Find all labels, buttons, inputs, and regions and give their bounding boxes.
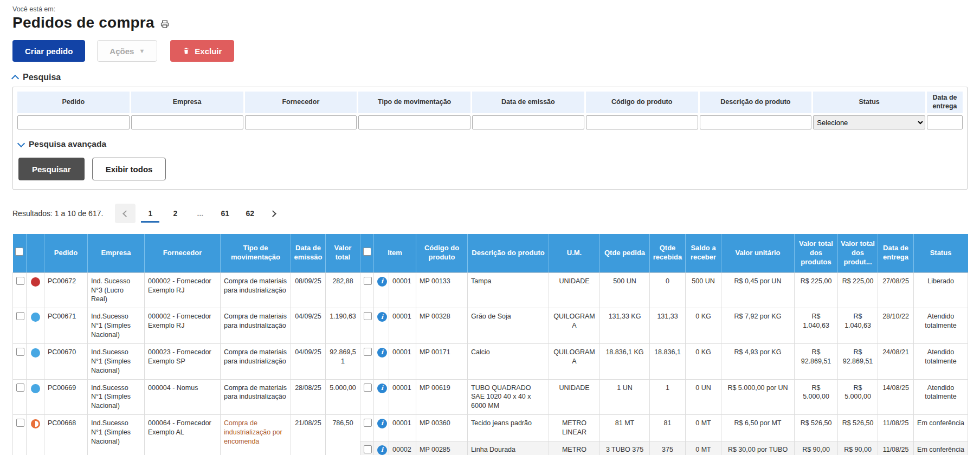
- item-checkbox[interactable]: [364, 348, 372, 356]
- header-fornecedor[interactable]: Fornecedor: [145, 234, 221, 272]
- item-delivery-date: 24/08/21: [878, 343, 914, 379]
- table-row: PC00670Ind.Sucesso N°1 (Simples Nacional…: [13, 343, 968, 379]
- header-pedido[interactable]: Pedido: [44, 234, 88, 272]
- order-number: PC00668: [44, 415, 88, 455]
- info-icon[interactable]: i: [377, 384, 387, 393]
- filter-input[interactable]: [245, 115, 357, 129]
- info-icon[interactable]: i: [377, 348, 387, 358]
- status-dot-icon: [31, 313, 40, 322]
- table-row: PC00668Ind.Sucesso N°1 (Simples Nacional…: [13, 415, 968, 441]
- header-status[interactable]: Status: [914, 234, 968, 272]
- row-checkbox[interactable]: [16, 277, 24, 285]
- order-supplier: 000002 - Fornecedor Exemplo RJ: [145, 308, 221, 344]
- select-all-checkbox[interactable]: [15, 248, 23, 256]
- info-icon[interactable]: i: [377, 419, 387, 428]
- filter-status-select[interactable]: Selecione: [813, 115, 925, 129]
- item-checkbox[interactable]: [364, 312, 372, 320]
- prev-page-button[interactable]: [115, 204, 136, 223]
- header-saldo-receber[interactable]: Saldo a receber: [686, 234, 721, 272]
- order-total-value: 1.190,63: [326, 308, 360, 344]
- item-number: 00001: [389, 415, 416, 441]
- select-all-items-checkbox[interactable]: [363, 248, 371, 256]
- page-button[interactable]: 61: [216, 205, 234, 223]
- item-checkbox[interactable]: [364, 445, 372, 453]
- item-product-code: MP 00285: [416, 441, 468, 455]
- item-products-total-2: R$ 225,00: [838, 272, 878, 308]
- header-qtde-recebida[interactable]: Qtde recebida: [650, 234, 686, 272]
- pagination: Resultados: 1 a 10 de 617. 12...6162: [12, 204, 968, 223]
- next-page-button[interactable]: [265, 204, 283, 223]
- actions-button[interactable]: Ações ▼: [97, 40, 157, 62]
- row-checkbox[interactable]: [16, 312, 24, 320]
- row-checkbox[interactable]: [16, 384, 24, 392]
- page-button[interactable]: 62: [241, 205, 259, 223]
- row-select-cell: [13, 343, 27, 379]
- item-product-description: Linha Dourada: [468, 441, 549, 455]
- select-all-header-cell: [13, 234, 27, 272]
- order-supplier: 000023 - Fornecedor Exemplo SP: [145, 343, 221, 379]
- header-codigo-produto[interactable]: Código do produto: [416, 234, 468, 272]
- info-icon[interactable]: i: [377, 312, 387, 322]
- item-checkbox[interactable]: [364, 419, 372, 427]
- item-number: 00001: [389, 379, 416, 415]
- header-valor-total-produtos[interactable]: Valor total dos produtos: [795, 234, 838, 272]
- item-balance-to-receive: 0 MT: [686, 441, 721, 455]
- item-info-cell: i: [374, 272, 389, 308]
- create-order-button[interactable]: Criar pedido: [12, 40, 85, 62]
- item-product-code: MP 00171: [416, 343, 468, 379]
- row-checkbox[interactable]: [16, 419, 24, 427]
- header-valor-unitario[interactable]: Valor unitário: [721, 234, 795, 272]
- info-icon[interactable]: i: [377, 277, 387, 287]
- row-select-cell: [13, 379, 27, 415]
- header-qtde-pedida[interactable]: Qtde pedida: [600, 234, 650, 272]
- select-all-items-header-cell: [360, 234, 374, 272]
- header-valor-total[interactable]: Valor total: [326, 234, 360, 272]
- page: Você está em: Pedidos de compra Criar pe…: [0, 0, 980, 455]
- row-checkbox[interactable]: [16, 348, 24, 356]
- filter-input[interactable]: [700, 115, 812, 129]
- order-status-cell: [27, 272, 44, 308]
- order-company: Ind.Sucesso N°1 (Simples Nacional): [88, 308, 145, 344]
- header-item[interactable]: Item: [374, 234, 416, 272]
- item-products-total-2: R$ 1.040,63: [838, 308, 878, 344]
- order-status-cell: [27, 308, 44, 344]
- header-tipo-movimentacao[interactable]: Tipo de movimentação: [221, 234, 291, 272]
- item-checkbox[interactable]: [364, 384, 372, 392]
- header-um[interactable]: U.M.: [549, 234, 600, 272]
- header-descricao-produto[interactable]: Descrição do produto: [468, 234, 549, 272]
- item-unit-price: R$ 0,45 por UN: [721, 272, 795, 308]
- item-qty-ordered: 81 MT: [600, 415, 650, 441]
- page-button[interactable]: 1: [141, 205, 159, 223]
- item-checkbox[interactable]: [364, 277, 372, 285]
- header-data-emissao[interactable]: Data de emissão: [291, 234, 326, 272]
- advanced-search-toggle[interactable]: Pesquisa avançada: [18, 139, 963, 149]
- item-unit-price: R$ 6,50 por MT: [721, 415, 795, 441]
- order-issue-date: 21/08/25: [291, 415, 326, 455]
- filter-col: Data de emissão: [472, 92, 584, 129]
- search-button[interactable]: Pesquisar: [18, 158, 85, 180]
- header-data-entrega[interactable]: Data de entrega: [878, 234, 914, 272]
- row-select-cell: [13, 308, 27, 344]
- filter-input[interactable]: [586, 115, 698, 129]
- header-empresa[interactable]: Empresa: [88, 234, 145, 272]
- search-section-toggle[interactable]: Pesquisa: [12, 73, 968, 82]
- item-delivery-date: 14/08/25: [878, 379, 914, 415]
- table-row: PC00669Ind.Sucesso N°1 (Simples Nacional…: [13, 379, 968, 415]
- info-icon[interactable]: i: [377, 445, 387, 455]
- item-number: 00001: [389, 272, 416, 308]
- item-product-description: TUBO QUADRADO SAE 1020 40 x 40 x 6000 MM: [468, 379, 549, 415]
- filter-input[interactable]: [472, 115, 584, 129]
- header-valor-total-produtos-2[interactable]: Valor total dos produt...: [838, 234, 878, 272]
- show-all-button[interactable]: Exibir todos: [92, 158, 166, 180]
- delete-button[interactable]: Excluir: [170, 40, 234, 62]
- filter-input[interactable]: [17, 115, 130, 129]
- delete-label: Excluir: [195, 47, 222, 56]
- filter-input[interactable]: [927, 115, 963, 129]
- orders-table: Pedido Empresa Fornecedor Tipo de movime…: [12, 234, 968, 455]
- item-products-total: R$ 1.040,63: [795, 308, 838, 344]
- printer-icon[interactable]: [160, 20, 170, 31]
- order-company: Ind.Sucesso N°1 (Simples Nacional): [88, 343, 145, 379]
- filter-input[interactable]: [358, 115, 470, 129]
- page-button[interactable]: 2: [166, 205, 184, 223]
- filter-input[interactable]: [131, 115, 243, 129]
